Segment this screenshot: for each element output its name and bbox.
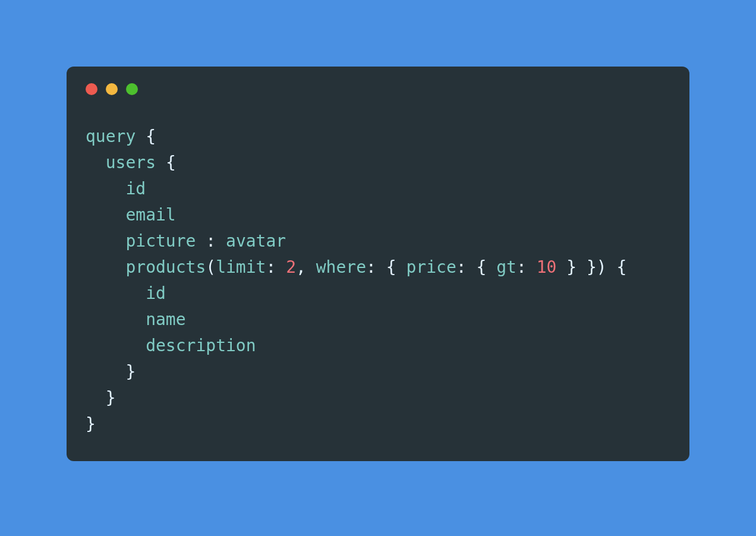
brace-close: } [86,414,96,434]
close-dot-icon[interactable] [86,83,97,95]
brace-open: { [166,153,176,172]
brace-close: } [587,257,597,277]
maximize-dot-icon[interactable] [126,83,138,95]
brace-close: } [125,362,136,381]
keyword-query: query [86,127,136,146]
field-name: name [146,310,185,329]
brace-close: } [106,388,116,408]
brace-open: { [617,257,627,277]
colon: : [266,257,276,277]
field-id: id [146,283,166,303]
field-avatar: avatar [226,231,286,251]
field-id: id [125,179,146,198]
brace-open: { [477,257,487,277]
colon: : [366,257,376,277]
field-products: products [125,257,206,277]
paren-close: ) [597,257,607,277]
minimize-dot-icon[interactable] [106,83,118,95]
attr-limit: limit [216,257,266,277]
field-description: description [146,336,256,355]
code-window: query { users { id email picture : avata… [67,67,689,461]
brace-close: } [566,257,577,277]
attr-where: where [316,257,366,277]
colon: : [516,257,527,277]
brace-open: { [386,257,396,277]
brace-open: { [146,127,156,146]
code-block: query { users { id email picture : avata… [86,124,670,437]
field-picture: picture [125,231,196,251]
attr-gt: gt [496,257,516,277]
window-controls [86,83,670,95]
number-limit: 2 [286,257,296,277]
field-users: users [106,153,156,172]
attr-price: price [406,257,456,277]
comma: , [296,257,306,277]
field-email: email [125,205,175,225]
colon: : [456,257,467,277]
paren-open: ( [206,257,216,277]
number-gt: 10 [537,257,557,277]
colon: : [206,231,216,251]
